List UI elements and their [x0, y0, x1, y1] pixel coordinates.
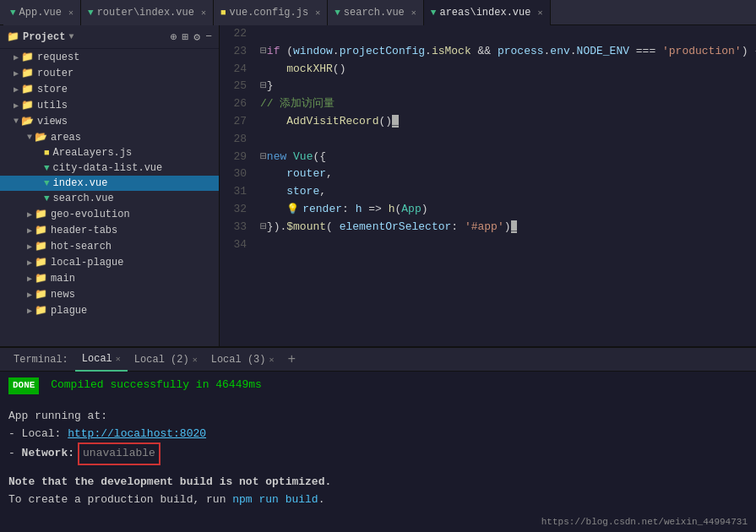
- close-terminal-icon[interactable]: ✕: [193, 355, 198, 365]
- code-line-26: // 添加访问量: [260, 95, 756, 113]
- vue-file-icon: ▼: [44, 193, 50, 204]
- code-line-30: router,: [260, 166, 756, 183]
- npm-run-build-cmd: npm run build: [232, 493, 318, 506]
- terminal-body[interactable]: DONE Compiled successfully in 46449ms Ap…: [0, 372, 756, 532]
- spacer2: [8, 465, 748, 474]
- code-line-29: ⊟new Vue({: [260, 149, 756, 166]
- tree-item-local-plague[interactable]: ▶ 📁 local-plague: [0, 254, 219, 270]
- terminal-tab-local1[interactable]: Local ✕: [75, 348, 128, 372]
- arrow-icon: ▶: [14, 84, 19, 95]
- tab-app-vue[interactable]: ▼ App.vue ✕: [3, 0, 81, 25]
- compile-status-line: DONE Compiled successfully in 46449ms: [8, 377, 748, 394]
- code-line-22: [260, 25, 756, 43]
- tree-item-arealayers[interactable]: ■ AreaLayers.js: [0, 145, 219, 160]
- close-terminal-icon[interactable]: ✕: [116, 354, 121, 364]
- tree-item-search-vue[interactable]: ▼ search.vue: [0, 191, 219, 206]
- tab-search-vue[interactable]: ▼ search.vue ✕: [328, 0, 424, 25]
- code-line-33: ⊟}).$mount( elementOrSelector: '#app')_: [260, 219, 756, 236]
- js-file-icon: ■: [44, 148, 50, 158]
- note-line-2: To create a production build, run npm ru…: [8, 491, 748, 509]
- folder-icon: 📁: [21, 83, 34, 95]
- folder-icon: 📁: [35, 304, 47, 317]
- add-terminal-button[interactable]: +: [281, 348, 303, 372]
- network-line: - Network: unavailable: [8, 442, 748, 465]
- new-folder-icon[interactable]: ⊞: [182, 30, 189, 44]
- project-label: 📁 Project ▼: [7, 30, 73, 43]
- tree-item-router[interactable]: ▶ 📁 router: [0, 65, 219, 81]
- tab-areas-index-vue[interactable]: ▼ areas\index.vue ✕: [424, 0, 551, 25]
- code-line-27: AddVisitRecord()_: [260, 113, 756, 131]
- close-tab-icon[interactable]: ✕: [68, 8, 73, 18]
- sidebar-actions: ⊕ ⊞ ⚙ −: [171, 30, 212, 44]
- compile-message: Compiled successfully in 46449ms: [51, 378, 262, 391]
- arrow-icon: ▶: [27, 306, 32, 316]
- tree-item-request[interactable]: ▶ 📁 request: [0, 49, 219, 65]
- terminal-tab-local2[interactable]: Local (2) ✕: [128, 348, 204, 372]
- close-terminal-icon[interactable]: ✕: [269, 355, 275, 365]
- tree-item-main[interactable]: ▶ 📁 main: [0, 270, 219, 286]
- collapse-icon[interactable]: −: [205, 30, 212, 44]
- code-content[interactable]: ⊟if (window.projectConfig.isMock && proc…: [253, 25, 756, 346]
- arrow-icon: ▶: [14, 100, 19, 111]
- tab-router-index-vue[interactable]: ▼ router\index.vue ✕: [81, 0, 214, 25]
- folder-icon: 📁: [35, 224, 47, 236]
- terminal-tab-local3[interactable]: Local (3) ✕: [204, 348, 281, 372]
- arrow-icon: ▶: [27, 209, 32, 220]
- tree-item-areas[interactable]: ▼ 📂 areas: [0, 129, 219, 145]
- close-tab-icon[interactable]: ✕: [315, 8, 320, 18]
- folder-icon: 📁: [35, 208, 47, 220]
- vue-file-icon: ▼: [88, 8, 94, 18]
- network-value: unavailable: [78, 442, 160, 465]
- blog-url[interactable]: https://blog.csdn.net/weixin_44994731: [541, 517, 748, 527]
- tree-item-index-vue[interactable]: ▼ index.vue: [0, 176, 219, 191]
- tree-item-hot-search[interactable]: ▶ 📁 hot-search: [0, 238, 219, 254]
- code-line-25: ⊟}: [260, 78, 756, 95]
- folder-icon: 📁: [21, 51, 34, 63]
- vue-file-icon: ▼: [431, 8, 437, 18]
- close-tab-icon[interactable]: ✕: [537, 8, 542, 18]
- file-tree: 📁 Project ▼ ⊕ ⊞ ⚙ − ▶ 📁 request: [0, 25, 220, 346]
- sidebar-header: 📁 Project ▼ ⊕ ⊞ ⚙ −: [0, 25, 219, 49]
- code-line-24: mockXHR(): [260, 61, 756, 79]
- folder-icon: 📁: [35, 272, 47, 285]
- folder-icon: 📁: [35, 256, 47, 269]
- terminal-panel: Terminal: Local ✕ Local (2) ✕ Local (3) …: [0, 346, 756, 532]
- arrow-icon: ▶: [27, 258, 32, 268]
- tree-item-news[interactable]: ▶ 📁 news: [0, 286, 219, 302]
- note-line-1: Note that the development build is not o…: [8, 474, 748, 491]
- close-tab-icon[interactable]: ✕: [201, 8, 206, 18]
- arrow-icon: ▶: [27, 290, 32, 300]
- spacer: [8, 394, 748, 408]
- vue-file-icon: ▼: [334, 8, 340, 18]
- folder-icon: 📂: [21, 115, 34, 128]
- folder-icon: 📁: [35, 240, 47, 252]
- editor-tabs: ▼ App.vue ✕ ▼ router\index.vue ✕ ■ vue.c…: [0, 0, 756, 25]
- arrow-icon: ▶: [27, 274, 32, 284]
- tree-item-header-tabs[interactable]: ▶ 📁 header-tabs: [0, 222, 219, 238]
- tree-item-views[interactable]: ▼ 📂 views: [0, 113, 219, 129]
- close-tab-icon[interactable]: ✕: [411, 8, 416, 18]
- tree-item-store[interactable]: ▶ 📁 store: [0, 81, 219, 97]
- code-line-34: [260, 236, 756, 254]
- new-file-icon[interactable]: ⊕: [171, 30, 177, 44]
- arrow-icon: ▶: [14, 68, 19, 79]
- vue-file-icon: ▼: [44, 178, 50, 188]
- local-url-link[interactable]: http://localhost:8020: [68, 427, 206, 440]
- code-editor[interactable]: 22 23 24 25 26 27 28 29 30 31 32 33 34 ⊟: [220, 25, 756, 346]
- code-line-32: 💡render: h => h(App): [260, 201, 756, 219]
- code-line-28: [260, 131, 756, 149]
- arrow-icon: ▼: [27, 133, 32, 142]
- vue-file-icon: ▼: [10, 8, 16, 18]
- settings-icon[interactable]: ⚙: [193, 30, 200, 44]
- tree-item-city-data-list[interactable]: ▼ city-data-list.vue: [0, 160, 219, 176]
- folder-icon: 📁: [21, 67, 34, 79]
- terminal-label: Terminal:: [7, 348, 75, 372]
- folder-icon: 📁: [21, 99, 34, 111]
- tree-item-plague[interactable]: ▶ 📁 plague: [0, 302, 219, 318]
- tree-item-geo-evolution[interactable]: ▶ 📁 geo-evolution: [0, 206, 219, 222]
- local-url-line: - Local: http://localhost:8020: [8, 426, 748, 443]
- chevron-down-icon: ▼: [68, 32, 73, 41]
- tree-item-utils[interactable]: ▶ 📁 utils: [0, 97, 219, 113]
- code-line-23: ⊟if (window.projectConfig.isMock && proc…: [260, 43, 756, 61]
- tab-vue-config-js[interactable]: ■ vue.config.js ✕: [214, 0, 328, 25]
